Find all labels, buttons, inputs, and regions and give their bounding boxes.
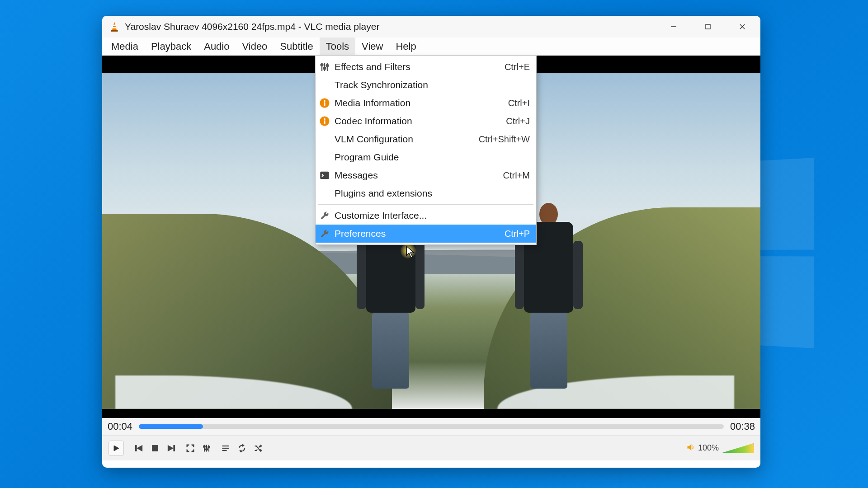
sliders-icon <box>319 61 330 72</box>
tools-menu-plugins-and-extensions[interactable]: Plugins and extensions <box>316 184 536 202</box>
controls-bar: 100% <box>102 435 760 460</box>
svg-rect-11 <box>152 445 158 451</box>
menu-help[interactable]: Help <box>389 38 422 55</box>
svg-rect-32 <box>324 100 326 102</box>
svg-rect-31 <box>324 103 326 106</box>
tools-menu-codec-information[interactable]: Codec InformationCtrl+J <box>316 112 536 130</box>
svg-point-18 <box>206 448 208 450</box>
extended-settings-button[interactable] <box>200 441 213 455</box>
terminal-icon <box>319 170 330 181</box>
maximize-button[interactable] <box>699 18 717 36</box>
menu-item-shortcut: Ctrl+M <box>503 170 530 181</box>
menu-item-label: Messages <box>335 170 499 181</box>
tools-menu-effects-and-filters[interactable]: Effects and FiltersCtrl+E <box>316 58 536 76</box>
volume-label: 100% <box>698 443 719 453</box>
seek-progress <box>139 424 203 429</box>
blank-icon <box>319 188 330 199</box>
tools-dropdown: Effects and FiltersCtrl+ETrack Synchroni… <box>315 56 537 245</box>
svg-marker-37 <box>406 246 414 258</box>
seek-track[interactable] <box>139 424 724 429</box>
mouse-cursor <box>406 246 419 258</box>
tools-menu-vlm-configuration[interactable]: VLM ConfigurationCtrl+Shift+W <box>316 130 536 148</box>
menu-item-shortcut: Ctrl+E <box>505 62 530 72</box>
play-button[interactable] <box>108 441 124 456</box>
wrench-icon <box>319 210 330 221</box>
svg-rect-36 <box>320 172 329 179</box>
svg-marker-10 <box>137 445 142 451</box>
next-button[interactable] <box>165 441 178 455</box>
previous-button[interactable] <box>132 441 146 455</box>
menu-item-shortcut: Ctrl+J <box>506 116 530 127</box>
menu-video[interactable]: Video <box>236 38 274 55</box>
menu-playback[interactable]: Playback <box>145 38 198 55</box>
svg-marker-0 <box>112 22 117 30</box>
blank-icon <box>319 80 330 90</box>
svg-point-28 <box>324 67 326 70</box>
time-total: 00:38 <box>730 421 755 432</box>
svg-point-17 <box>203 446 205 447</box>
svg-rect-35 <box>324 118 326 120</box>
stop-button[interactable] <box>148 441 162 455</box>
svg-rect-13 <box>174 445 175 451</box>
svg-rect-34 <box>324 121 326 124</box>
menubar: MediaPlaybackAudioVideoSubtitleToolsView… <box>102 38 760 56</box>
svg-rect-9 <box>136 445 137 451</box>
menu-item-label: Preferences <box>335 228 500 239</box>
volume-control[interactable]: 100% <box>686 443 754 454</box>
seekbar: 00:04 00:38 <box>102 418 760 435</box>
playlist-button[interactable] <box>219 441 232 455</box>
menu-item-label: Program Guide <box>335 152 530 163</box>
svg-point-19 <box>208 446 210 448</box>
tools-menu-track-synchronization[interactable]: Track Synchronization <box>316 76 536 94</box>
svg-rect-3 <box>111 30 118 32</box>
svg-point-27 <box>321 64 323 66</box>
loop-button[interactable] <box>235 441 249 455</box>
info-icon <box>319 98 330 108</box>
menu-item-label: Customize Interface... <box>335 210 530 221</box>
tools-menu-program-guide[interactable]: Program Guide <box>316 148 536 166</box>
tools-menu-customize-interface[interactable]: Customize Interface... <box>316 206 536 225</box>
window-title: Yaroslav Shuraev 4096x2160 24fps.mp4 - V… <box>125 21 665 32</box>
menu-item-label: Plugins and extensions <box>335 188 530 199</box>
close-button[interactable] <box>733 18 751 36</box>
titlebar[interactable]: Yaroslav Shuraev 4096x2160 24fps.mp4 - V… <box>102 16 760 38</box>
vlc-cone-icon <box>108 21 120 33</box>
menu-item-shortcut: Ctrl+I <box>508 98 530 108</box>
blank-icon <box>319 152 330 163</box>
menu-media[interactable]: Media <box>105 38 145 55</box>
menu-item-shortcut: Ctrl+P <box>505 229 530 239</box>
fullscreen-button[interactable] <box>184 441 197 455</box>
menu-item-label: Media Information <box>335 98 504 108</box>
menu-item-label: Effects and Filters <box>335 61 500 72</box>
svg-marker-23 <box>687 444 691 450</box>
volume-slider[interactable] <box>722 443 754 453</box>
wrench-icon <box>319 228 330 239</box>
time-elapsed: 00:04 <box>108 421 132 432</box>
svg-marker-8 <box>114 446 119 451</box>
info-icon <box>319 116 330 127</box>
tools-menu-media-information[interactable]: Media InformationCtrl+I <box>316 94 536 112</box>
menu-audio[interactable]: Audio <box>198 38 236 55</box>
svg-rect-2 <box>113 27 117 28</box>
menu-item-label: VLM Configuration <box>335 134 474 145</box>
menu-subtitle[interactable]: Subtitle <box>274 38 319 55</box>
menu-tools[interactable]: Tools <box>320 38 355 55</box>
menu-item-shortcut: Ctrl+Shift+W <box>479 134 530 145</box>
svg-point-29 <box>326 65 329 67</box>
blank-icon <box>319 134 330 145</box>
shuffle-button[interactable] <box>251 441 265 455</box>
menu-item-label: Track Synchronization <box>335 80 530 90</box>
minimize-button[interactable] <box>665 18 683 36</box>
menu-item-label: Codec Information <box>335 116 501 127</box>
speaker-icon <box>686 443 695 454</box>
svg-marker-12 <box>168 445 173 451</box>
tools-menu-preferences[interactable]: PreferencesCtrl+P <box>316 225 536 243</box>
svg-rect-1 <box>113 25 116 26</box>
menu-view[interactable]: View <box>355 38 389 55</box>
tools-menu-messages[interactable]: MessagesCtrl+M <box>316 166 536 184</box>
vlc-window: Yaroslav Shuraev 4096x2160 24fps.mp4 - V… <box>102 16 760 468</box>
svg-rect-5 <box>706 24 710 29</box>
